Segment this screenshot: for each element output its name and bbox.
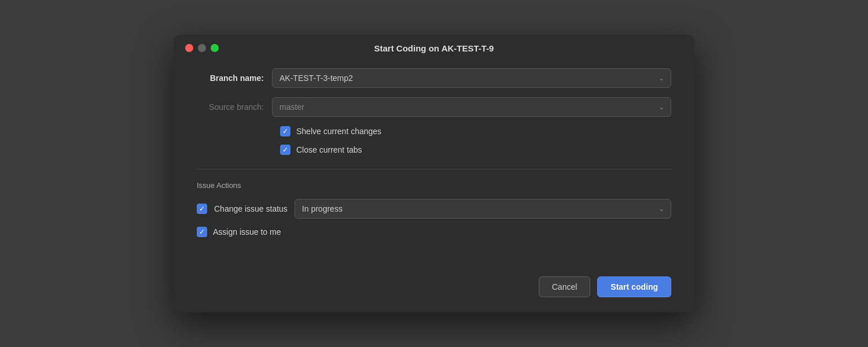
close-tabs-label: Close current tabs xyxy=(296,145,362,154)
source-branch-row: Source branch: master main develop ⌄ xyxy=(197,97,671,117)
close-tabs-row: ✓ Close current tabs xyxy=(197,145,671,155)
branch-name-select-wrapper: AK-TEST-T-3-temp2 main develop ⌄ xyxy=(272,68,671,88)
divider xyxy=(197,169,671,169)
branch-name-label: Branch name: xyxy=(197,73,272,83)
branch-name-select[interactable]: AK-TEST-T-3-temp2 main develop xyxy=(272,68,671,88)
status-select[interactable]: In progress To Do Done In Review xyxy=(295,199,671,219)
shelve-changes-label: Shelve current changes xyxy=(296,127,381,136)
status-select-wrapper: In progress To Do Done In Review ⌄ xyxy=(295,199,671,219)
start-coding-dialog: Start Coding on AK-TEST-T-9 Branch name:… xyxy=(174,35,694,312)
close-tabs-checkmark: ✓ xyxy=(282,146,288,153)
change-status-checkmark: ✓ xyxy=(199,205,205,212)
dialog-footer: Cancel Start coding xyxy=(174,267,694,311)
minimize-button[interactable] xyxy=(198,44,206,52)
issue-actions-section: Issue Actions ✓ Change issue status In p… xyxy=(197,181,671,245)
issue-actions-title: Issue Actions xyxy=(197,181,671,190)
source-branch-label: Source branch: xyxy=(197,102,272,112)
start-coding-button[interactable]: Start coding xyxy=(597,276,671,297)
source-branch-select[interactable]: master main develop xyxy=(272,97,671,117)
maximize-button[interactable] xyxy=(211,44,219,52)
dialog-body: Branch name: AK-TEST-T-3-temp2 main deve… xyxy=(174,57,694,263)
title-bar: Start Coding on AK-TEST-T-9 xyxy=(174,35,694,57)
assign-to-me-row: ✓ Assign issue to me xyxy=(197,227,671,237)
change-status-label: Change issue status xyxy=(214,204,288,213)
change-status-checkbox[interactable]: ✓ xyxy=(197,204,207,214)
dialog-title: Start Coding on AK-TEST-T-9 xyxy=(374,43,494,53)
close-button[interactable] xyxy=(185,44,193,52)
close-tabs-checkbox[interactable]: ✓ xyxy=(280,145,290,155)
source-branch-select-wrapper: master main develop ⌄ xyxy=(272,97,671,117)
shelve-changes-checkbox[interactable]: ✓ xyxy=(280,126,290,136)
assign-to-me-checkbox[interactable]: ✓ xyxy=(197,227,207,237)
shelve-changes-checkmark: ✓ xyxy=(282,128,288,135)
shelve-changes-row: ✓ Shelve current changes xyxy=(197,126,671,136)
change-status-row: ✓ Change issue status In progress To Do … xyxy=(197,199,671,219)
assign-to-me-checkmark: ✓ xyxy=(199,228,205,235)
assign-to-me-label: Assign issue to me xyxy=(213,227,281,237)
cancel-button[interactable]: Cancel xyxy=(539,276,591,297)
branch-name-row: Branch name: AK-TEST-T-3-temp2 main deve… xyxy=(197,68,671,88)
traffic-lights xyxy=(185,44,219,52)
